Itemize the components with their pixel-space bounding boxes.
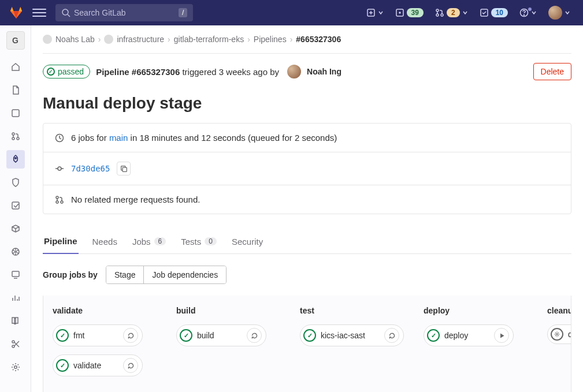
- breadcrumb-section[interactable]: Pipelines: [254, 35, 287, 44]
- retry-icon: [127, 362, 135, 369]
- sidebar-issues[interactable]: [6, 104, 25, 122]
- status-badge[interactable]: passed: [43, 65, 90, 79]
- sidebar-analytics[interactable]: [6, 289, 25, 307]
- delete-button[interactable]: Delete: [533, 63, 571, 80]
- new-dropdown[interactable]: [363, 8, 387, 17]
- commit-icon: [55, 164, 64, 173]
- svg-point-16: [17, 137, 19, 140]
- gitlab-logo[interactable]: [9, 6, 23, 20]
- job-build[interactable]: build: [176, 324, 266, 346]
- breadcrumb-project[interactable]: gitlab-terraform-eks: [174, 35, 244, 44]
- tab-security[interactable]: Security: [231, 229, 264, 253]
- search-bar[interactable]: /: [55, 4, 193, 21]
- topbar: / 39 2 10: [0, 0, 583, 25]
- pipeline-info: Pipeline #665327306 triggered 3 weeks ag…: [96, 67, 279, 77]
- chevron-down-icon: [462, 10, 468, 16]
- pipeline-graph: validate fmt validate build build: [43, 296, 571, 392]
- jobs-summary-prefix: 6 jobs for: [71, 133, 109, 143]
- sidebar-merge-requests[interactable]: [6, 127, 25, 145]
- menu-toggle-icon[interactable]: [32, 6, 46, 20]
- tab-jobs-label: Jobs: [132, 237, 151, 247]
- avatar: [548, 6, 562, 20]
- issue-icon: [395, 8, 404, 17]
- play-button[interactable]: [494, 328, 509, 343]
- merge-request-icon: [435, 8, 444, 17]
- breadcrumb-group[interactable]: Noahs Lab: [55, 35, 95, 44]
- project-avatar[interactable]: G: [6, 31, 25, 50]
- chevron-down-icon: [565, 10, 570, 16]
- svg-point-33: [58, 167, 61, 170]
- sidebar-packages[interactable]: [6, 219, 25, 238]
- search-kbd: /: [179, 8, 187, 17]
- copy-icon: [120, 165, 128, 173]
- job-kics[interactable]: kics-iac-sast: [300, 324, 404, 346]
- merge-request-row: No related merge requests found.: [43, 185, 571, 214]
- tab-needs[interactable]: Needs: [91, 229, 118, 253]
- sidebar-project[interactable]: [6, 58, 25, 76]
- sidebar-monitor[interactable]: [6, 266, 25, 284]
- jobs-summary-row: 6 jobs for main in 18 minutes and 12 sec…: [43, 124, 571, 152]
- retry-button[interactable]: [123, 328, 138, 343]
- retry-button[interactable]: [123, 358, 138, 373]
- issues-link[interactable]: 39: [392, 8, 427, 17]
- retry-icon: [251, 332, 258, 339]
- book-icon: [11, 316, 20, 326]
- commit-link[interactable]: 7d30de65: [71, 164, 110, 173]
- user-avatar[interactable]: [287, 65, 301, 79]
- sidebar-security[interactable]: [6, 173, 25, 192]
- job-validate[interactable]: validate: [53, 354, 143, 376]
- rocket-icon: [11, 155, 20, 164]
- retry-button[interactable]: [384, 328, 399, 343]
- sidebar-wiki[interactable]: [6, 312, 25, 330]
- todos-badge: 10: [491, 8, 508, 17]
- search-input[interactable]: [74, 8, 175, 17]
- sidebar-deployments[interactable]: [6, 196, 25, 215]
- job-deploy[interactable]: deploy: [424, 324, 514, 346]
- retry-button[interactable]: [247, 328, 262, 343]
- svg-point-12: [523, 14, 524, 15]
- sidebar-cicd[interactable]: [6, 150, 25, 169]
- todos-link[interactable]: 10: [476, 8, 511, 17]
- breadcrumb-separator: ›: [98, 35, 101, 44]
- stage-name: test: [300, 306, 410, 315]
- merge-requests-link[interactable]: 2: [432, 8, 471, 17]
- username[interactable]: Noah Ing: [307, 67, 341, 76]
- chevron-down-icon: [531, 10, 537, 16]
- group-by-stage-button[interactable]: Stage: [106, 266, 144, 283]
- group-label: Group jobs by: [43, 270, 98, 279]
- sidebar-infrastructure[interactable]: [6, 242, 25, 261]
- branch-link[interactable]: main: [109, 133, 128, 143]
- svg-point-20: [14, 251, 16, 253]
- stage-deploy: deploy deploy: [424, 306, 533, 384]
- svg-point-9: [441, 14, 443, 16]
- help-dropdown[interactable]: [516, 8, 540, 17]
- tab-tests[interactable]: Tests 0: [180, 229, 218, 253]
- sidebar-settings[interactable]: [6, 358, 25, 376]
- job-destroy[interactable]: destroy: [547, 324, 571, 344]
- pipeline-id: Pipeline #665327306: [96, 67, 180, 77]
- tab-pipeline[interactable]: Pipeline: [43, 229, 79, 254]
- chevron-down-icon: [378, 10, 384, 16]
- group-avatar: [43, 35, 52, 44]
- breadcrumb: Noahs Lab › infrastructure › gitlab-terr…: [43, 35, 571, 44]
- user-menu[interactable]: [545, 6, 574, 20]
- deployment-icon: [11, 201, 20, 210]
- status-text: passed: [58, 67, 84, 76]
- stage-build: build build: [176, 306, 286, 384]
- stage-validate: validate fmt validate: [53, 306, 162, 384]
- home-icon: [11, 62, 20, 72]
- breadcrumb-subgroup[interactable]: infrastructure: [117, 35, 164, 44]
- sidebar: G: [0, 25, 31, 392]
- svg-marker-40: [500, 333, 504, 338]
- pipeline-status-row: passed Pipeline #665327306 triggered 3 w…: [43, 63, 571, 80]
- sidebar-snippets[interactable]: [6, 335, 25, 353]
- check-circle-icon: [47, 68, 55, 76]
- tab-jobs[interactable]: Jobs 6: [131, 229, 167, 253]
- job-fmt[interactable]: fmt: [53, 324, 143, 346]
- svg-point-37: [56, 196, 58, 199]
- copy-button[interactable]: [117, 162, 131, 176]
- group-by-deps-button[interactable]: Job dependencies: [143, 266, 226, 283]
- sidebar-repository[interactable]: [6, 81, 25, 99]
- merge-request-icon: [55, 195, 64, 204]
- triggered-text: triggered 3 weeks ago by: [182, 67, 279, 77]
